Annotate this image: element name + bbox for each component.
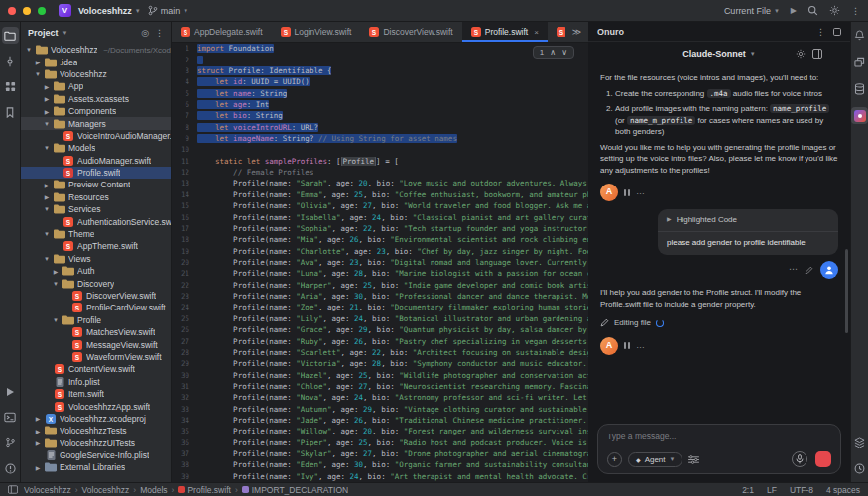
layout-toggle-icon[interactable]	[8, 485, 18, 494]
code-line[interactable]: 35 Profile(name: "Willow", age: 20, bio:…	[172, 426, 588, 436]
tree-item-assets-xcassets[interactable]: ▶Assets.xcassets	[21, 93, 171, 105]
panel-more-icon[interactable]: ⋮	[155, 28, 164, 38]
project-panel-header[interactable]: Project ▼ ◎ ⋮	[21, 22, 171, 44]
code-line[interactable]: 3struct Profile: Identifiable {	[172, 65, 588, 76]
line-number[interactable]: 29	[172, 359, 197, 368]
code-line[interactable]: 25 Profile(name: "Lily", age: 24, bio: "…	[172, 313, 588, 324]
tree-item-contentview-swift[interactable]: SContentView.swift	[21, 363, 171, 375]
code-line[interactable]: 26 Profile(name: "Grace", age: 29, bio: …	[172, 324, 588, 335]
code-editor[interactable]: 1import Foundation2 3struct Profile: Ide…	[172, 43, 588, 482]
tree-item-discoverview-swift[interactable]: SDiscoverView.swift	[21, 290, 171, 302]
line-number[interactable]: 14	[172, 190, 197, 199]
code-line[interactable]: 23 Profile(name: "Aria", age: 30, bio: "…	[172, 291, 588, 302]
record-button[interactable]	[815, 451, 831, 467]
highlighted-code-toggle[interactable]: ▶ Highlighted Code	[658, 209, 838, 232]
settings-button[interactable]	[829, 5, 840, 16]
tree-item-apptheme-swift[interactable]: SAppTheme.swift	[21, 240, 171, 252]
window-close-button[interactable]	[8, 7, 16, 15]
chevron-open-icon[interactable]: ▼	[43, 145, 51, 151]
tree-item-googleservice-info-plist[interactable]: GoogleService-Info.plist	[21, 449, 171, 461]
line-number[interactable]: 38	[172, 460, 197, 469]
line-number[interactable]: 3	[172, 66, 197, 75]
tree-item-discovery[interactable]: ▼Discovery	[21, 277, 171, 289]
chevron-closed-icon[interactable]: ▶	[43, 182, 51, 188]
code-line[interactable]: 10	[172, 144, 588, 155]
code-line[interactable]: 29 Profile(name: "Victoria", age: 28, bi…	[172, 358, 588, 369]
editor-search-widget[interactable]: 1 ∧ ∨	[533, 46, 574, 59]
run-configuration-selector[interactable]: Current File ▼	[724, 6, 780, 16]
line-number[interactable]: 33	[172, 405, 197, 414]
code-line[interactable]: 18 Profile(name: "Mia", age: 26, bio: "E…	[172, 234, 588, 245]
database-icon[interactable]	[851, 80, 868, 97]
editor-tab-discoverview-swift[interactable]: SDiscoverView.swift	[360, 22, 461, 42]
voice-playback-icon[interactable]	[624, 189, 630, 196]
editor-tab-profile-swift[interactable]: SProfile.swift×	[462, 22, 548, 42]
tree-item-app[interactable]: ▶App	[21, 80, 171, 92]
line-number[interactable]: 35	[172, 427, 197, 435]
code-line[interactable]: 8 let voiceIntroURL: URL?	[172, 122, 588, 133]
chevron-open-icon[interactable]: ▼	[43, 206, 51, 212]
assistant-window-icon[interactable]	[833, 28, 841, 36]
search-everywhere-button[interactable]	[807, 5, 818, 16]
line-number[interactable]: 16	[172, 213, 197, 222]
run-tool-button[interactable]	[2, 383, 19, 400]
tree-item-voloceshhzztests[interactable]: ▶VoloceshhzzTests	[21, 425, 171, 436]
model-selector[interactable]: Claude-Sonnet ▼	[682, 49, 755, 59]
vcs-branch-widget[interactable]: main ▼	[148, 5, 188, 16]
message-input[interactable]	[607, 432, 831, 445]
line-number[interactable]: 28	[172, 348, 197, 357]
breadcrumb-profile-swift[interactable]: Profile.swift	[178, 485, 230, 495]
code-line[interactable]: 27 Profile(name: "Ruby", age: 26, bio: "…	[172, 335, 588, 346]
line-number[interactable]: 25	[172, 314, 197, 323]
line-number[interactable]: 34	[172, 416, 197, 425]
line-number[interactable]: 31	[172, 382, 197, 391]
code-line[interactable]: 12 // Female Profiles	[172, 167, 588, 178]
close-tab-icon[interactable]: ×	[534, 28, 539, 37]
tree-item-components[interactable]: ▶Components	[21, 105, 171, 117]
previous-occurrence-icon[interactable]: ∧	[550, 48, 556, 57]
tree-item-models[interactable]: ▼Models	[21, 142, 171, 154]
code-line[interactable]: 36 Profile(name: "Piper", age: 25, bio: …	[172, 437, 588, 448]
attach-button[interactable]: +	[607, 452, 622, 467]
tree-item-voloceshhzzapp-swift[interactable]: SVoloceshhzzApp.swift	[21, 400, 171, 412]
structure-tool-button[interactable]	[2, 78, 19, 95]
chevron-closed-icon[interactable]: ▶	[34, 428, 42, 434]
tools-icon[interactable]	[688, 455, 699, 464]
chevron-closed-icon[interactable]: ▶	[34, 439, 42, 446]
line-number[interactable]: 27	[172, 337, 197, 346]
line-number[interactable]: 30	[172, 371, 197, 380]
tree-item-services[interactable]: ▼Services	[21, 203, 171, 215]
code-line[interactable]: 38 Profile(name: "Eden", age: 30, bio: "…	[172, 459, 588, 470]
code-line[interactable]: 31 Profile(name: "Chloe", age: 27, bio: …	[172, 381, 588, 392]
breadcrumb-models[interactable]: Models	[140, 485, 167, 495]
code-line[interactable]: 6 let age: Int	[172, 99, 588, 110]
code-line[interactable]: 32 Profile(name: "Nova", age: 24, bio: "…	[172, 392, 588, 403]
bookmarks-tool-button[interactable]	[2, 104, 19, 121]
code-line[interactable]: 39 Profile(name: "Ivy", age: 24, bio: "A…	[172, 471, 588, 482]
code-line[interactable]: 21 Profile(name: "Luna", age: 28, bio: "…	[172, 268, 588, 279]
voice-playback-icon[interactable]	[624, 342, 630, 349]
line-number[interactable]: 17	[172, 224, 197, 233]
chevron-closed-icon[interactable]: ▶	[43, 108, 51, 115]
project-widget[interactable]: Voloceshhzz ▼	[78, 6, 141, 16]
line-number[interactable]: 7	[172, 111, 197, 120]
chat-scrollbar[interactable]	[845, 249, 848, 333]
assistant-layout-icon[interactable]	[812, 49, 822, 59]
code-line[interactable]: 9 let imageName: String? // Using String…	[172, 133, 588, 144]
tree-item-voiceintroaudiomanager-swift[interactable]: SVoiceIntroAudioManager.swift	[21, 130, 171, 142]
assistant-more-icon[interactable]: ⋮	[816, 27, 825, 37]
line-number[interactable]: 5	[172, 89, 197, 98]
message-actions-icon[interactable]: …	[636, 186, 646, 198]
layers-icon[interactable]	[851, 434, 868, 451]
chevron-open-icon[interactable]: ▼	[52, 281, 60, 287]
breadcrumb-voloceshhzz[interactable]: Voloceshhzz	[82, 485, 130, 495]
line-number[interactable]: 4	[172, 77, 197, 86]
tree-item-authenticationservice-swift[interactable]: SAuthenticationService.swift	[21, 215, 171, 227]
copy-message-icon[interactable]: ⋯	[789, 264, 798, 276]
tree-item-voloceshhzz[interactable]: ▼Voloceshhzz~/Documents/Xcod	[21, 44, 171, 56]
line-number[interactable]: 9	[172, 134, 197, 143]
tree-item-auth[interactable]: ▶Auth	[21, 265, 171, 277]
line-number[interactable]: 10	[172, 145, 197, 154]
window-minimize-button[interactable]	[23, 7, 31, 15]
tree-item-theme[interactable]: ▼Theme	[21, 228, 171, 240]
